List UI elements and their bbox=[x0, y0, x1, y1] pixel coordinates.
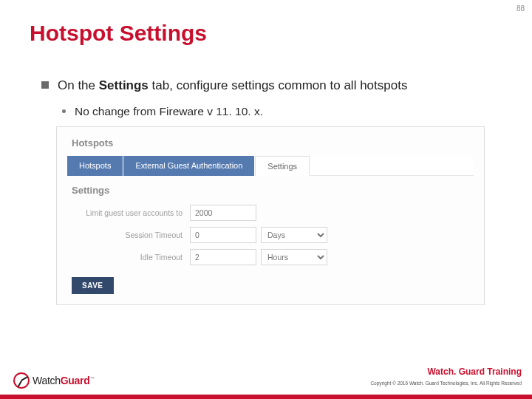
bullet-level-2: No change from Fireware v 11. 10. x. bbox=[62, 103, 502, 120]
tab-external-guest-auth[interactable]: External Guest Authentication bbox=[123, 156, 254, 176]
tab-hotspots[interactable]: Hotspots bbox=[67, 156, 123, 176]
trademark-icon: ™ bbox=[89, 376, 94, 381]
logo-part-2: Guard bbox=[61, 375, 90, 386]
limit-input[interactable] bbox=[190, 205, 256, 221]
session-unit-select[interactable]: Days bbox=[261, 227, 327, 243]
logo-part-1: Watch bbox=[33, 375, 61, 386]
bullet-level-1: On the Settings tab, configure settings … bbox=[41, 77, 502, 95]
row-idle-timeout: Idle Timeout Hours bbox=[79, 249, 474, 265]
bullet-strong: Settings bbox=[99, 78, 149, 92]
bullet-text: On the Settings tab, configure settings … bbox=[58, 77, 407, 95]
tab-bar: Hotspots External Guest Authentication S… bbox=[67, 156, 474, 176]
session-label: Session Timeout bbox=[79, 231, 190, 239]
idle-input[interactable] bbox=[190, 249, 256, 265]
section-heading: Settings bbox=[72, 185, 474, 196]
sub-bullet-text: No change from Fireware v 11. 10. x. bbox=[75, 103, 263, 120]
copyright-text: Copyright © 2016 Watch. Guard Technologi… bbox=[370, 381, 522, 386]
watchguard-logo: WatchGuard™ bbox=[13, 372, 94, 389]
limit-label: Limit guest user accounts to bbox=[79, 208, 190, 217]
tab-filler bbox=[310, 156, 474, 176]
embedded-screenshot: Hotspots Hotspots External Guest Authent… bbox=[56, 126, 485, 305]
accent-bar bbox=[0, 395, 532, 399]
logo-text: WatchGuard™ bbox=[33, 375, 94, 386]
page-title: Hotspot Settings bbox=[30, 21, 207, 46]
tab-settings[interactable]: Settings bbox=[255, 156, 310, 176]
row-session-timeout: Session Timeout Days bbox=[79, 227, 474, 243]
bullet-suffix: tab, configure settings common to all ho… bbox=[149, 78, 408, 92]
bullet-prefix: On the bbox=[58, 78, 99, 92]
training-label: Watch. Guard Training bbox=[427, 366, 522, 377]
session-input[interactable] bbox=[190, 227, 256, 243]
idle-unit-select[interactable]: Hours bbox=[261, 249, 327, 265]
clock-logo-icon bbox=[13, 372, 30, 389]
breadcrumb: Hotspots bbox=[72, 137, 474, 149]
dot-bullet-icon bbox=[62, 109, 66, 113]
row-limit-accounts: Limit guest user accounts to bbox=[79, 205, 474, 221]
square-bullet-icon bbox=[41, 81, 49, 89]
idle-label: Idle Timeout bbox=[79, 253, 190, 262]
save-button[interactable]: SAVE bbox=[72, 277, 114, 294]
slide-body: On the Settings tab, configure settings … bbox=[41, 77, 502, 305]
page-number: 88 bbox=[516, 4, 525, 13]
